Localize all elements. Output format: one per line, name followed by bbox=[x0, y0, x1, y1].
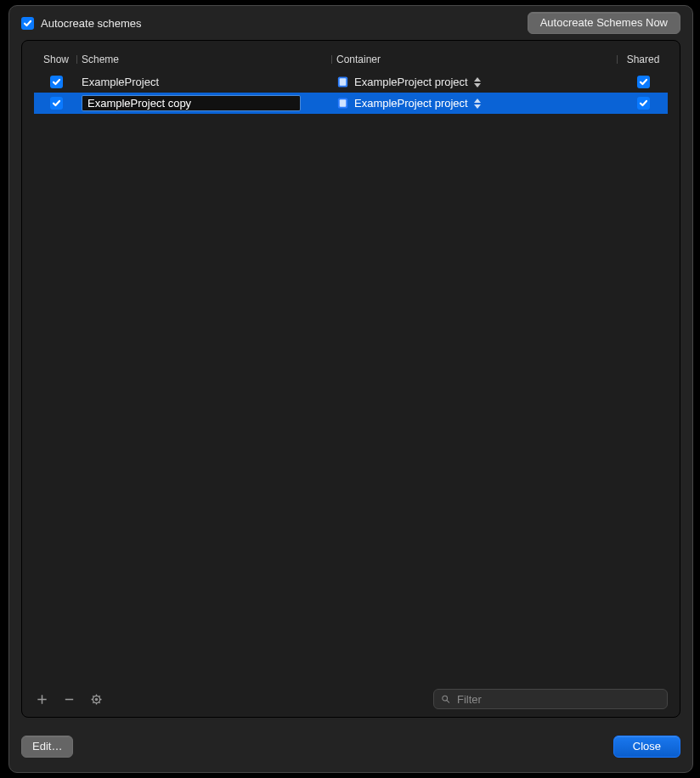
checkbox-icon[interactable] bbox=[50, 97, 63, 110]
col-header-shared[interactable]: Shared bbox=[618, 54, 668, 65]
project-icon bbox=[336, 76, 349, 88]
svg-line-20 bbox=[93, 702, 93, 702]
updown-icon bbox=[473, 98, 482, 110]
checkbox-icon[interactable] bbox=[50, 76, 63, 88]
autocreate-now-button[interactable]: Autocreate Schemes Now bbox=[528, 12, 680, 34]
search-icon bbox=[441, 694, 450, 704]
col-header-scheme[interactable]: Scheme bbox=[78, 54, 333, 65]
container-label: ExampleProject project bbox=[354, 76, 468, 88]
table-body: ExampleProjectExampleProject projectExam… bbox=[34, 71, 668, 114]
project-icon bbox=[336, 97, 349, 110]
scheme-name-label: ExampleProject bbox=[82, 76, 159, 88]
manage-schemes-dialog: Autocreate schemes Autocreate Schemes No… bbox=[8, 5, 693, 773]
svg-marker-3 bbox=[474, 83, 481, 87]
container-label: ExampleProject project bbox=[354, 97, 468, 110]
autocreate-checkbox[interactable] bbox=[21, 17, 34, 30]
close-button[interactable]: Close bbox=[613, 736, 680, 758]
svg-line-17 bbox=[93, 696, 93, 696]
row-show-cell[interactable] bbox=[34, 97, 78, 110]
table-row[interactable]: ExampleProject project bbox=[34, 93, 668, 114]
remove-scheme-button[interactable] bbox=[61, 691, 76, 707]
row-shared-cell[interactable] bbox=[618, 97, 668, 110]
scheme-name-input[interactable] bbox=[86, 96, 296, 110]
autocreate-label: Autocreate schemes bbox=[41, 17, 142, 30]
svg-line-19 bbox=[99, 696, 99, 696]
add-scheme-button[interactable] bbox=[34, 691, 49, 707]
row-show-cell[interactable] bbox=[34, 76, 78, 88]
schemes-table: Show Scheme Container Shared ExampleProj… bbox=[22, 41, 680, 685]
svg-marker-7 bbox=[474, 104, 481, 109]
panel-toolbar bbox=[22, 685, 680, 717]
table-header: Show Scheme Container Shared bbox=[34, 49, 668, 70]
svg-rect-5 bbox=[340, 99, 347, 106]
row-scheme-cell[interactable] bbox=[78, 95, 333, 111]
updown-icon bbox=[473, 76, 482, 88]
svg-point-12 bbox=[95, 698, 98, 701]
row-container-cell[interactable]: ExampleProject project bbox=[333, 76, 618, 88]
checkbox-icon[interactable] bbox=[637, 76, 650, 88]
svg-marker-6 bbox=[474, 99, 481, 103]
schemes-panel: Show Scheme Container Shared ExampleProj… bbox=[21, 40, 680, 718]
col-header-show[interactable]: Show bbox=[34, 54, 78, 65]
col-header-container[interactable]: Container bbox=[333, 54, 618, 65]
filter-field[interactable] bbox=[433, 689, 668, 709]
table-row[interactable]: ExampleProjectExampleProject project bbox=[34, 71, 668, 93]
checkbox-icon[interactable] bbox=[637, 97, 650, 110]
row-scheme-cell[interactable]: ExampleProject bbox=[78, 76, 333, 88]
svg-marker-2 bbox=[474, 77, 481, 82]
dialog-footer: Edit… Close bbox=[9, 726, 692, 772]
row-container-cell[interactable]: ExampleProject project bbox=[333, 97, 618, 110]
svg-line-22 bbox=[447, 701, 449, 703]
row-shared-cell[interactable] bbox=[618, 76, 668, 88]
dialog-topbar: Autocreate schemes Autocreate Schemes No… bbox=[9, 6, 692, 40]
scheme-actions-button[interactable] bbox=[88, 691, 104, 707]
edit-button[interactable]: Edit… bbox=[21, 736, 73, 758]
svg-line-18 bbox=[99, 702, 99, 702]
svg-rect-1 bbox=[340, 78, 347, 85]
filter-input[interactable] bbox=[455, 692, 660, 707]
